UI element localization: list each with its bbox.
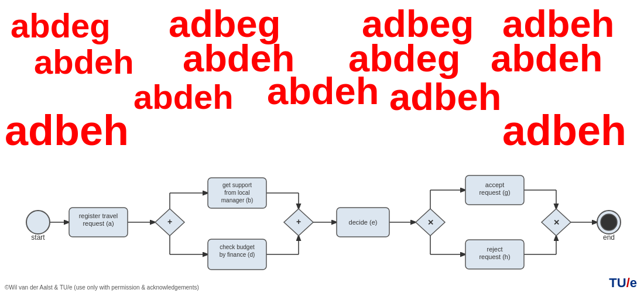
svg-text:request (h): request (h) bbox=[479, 253, 510, 260]
wordcloud: abdeg adbeg adbeg adbeh abdeh abdeh abde… bbox=[0, 0, 644, 152]
end-label: end bbox=[603, 233, 615, 242]
node-a-label: register travel bbox=[79, 212, 118, 219]
word-abdeg-1: abdeg bbox=[11, 6, 111, 45]
svg-text:accept: accept bbox=[485, 181, 504, 188]
process-diagram: start register travel request (a) + get … bbox=[0, 152, 644, 293]
word-abdeh-5: abdeh bbox=[267, 69, 379, 113]
word-abdeh-1: abdeh bbox=[34, 42, 134, 81]
start-node bbox=[26, 211, 50, 234]
svg-text:reject: reject bbox=[487, 246, 503, 253]
copyright-text: ©Wil van der Aalst & TU/e (use only with… bbox=[5, 284, 199, 291]
svg-text:check budget: check budget bbox=[220, 244, 255, 250]
svg-text:by finance (d): by finance (d) bbox=[220, 251, 255, 258]
svg-text:✕: ✕ bbox=[427, 218, 434, 227]
tue-logo: TU/e bbox=[609, 275, 637, 291]
start-label: start bbox=[31, 233, 45, 242]
word-abdeh-4: abdeh bbox=[133, 77, 234, 116]
node-e-label: decide (e) bbox=[349, 219, 378, 226]
word-adbeh-3: adbeh bbox=[5, 106, 129, 154]
svg-text:from local: from local bbox=[224, 189, 249, 196]
word-adbeh-2: adbeh bbox=[389, 75, 501, 119]
svg-text:manager (b): manager (b) bbox=[221, 197, 253, 204]
svg-text:get support: get support bbox=[222, 182, 252, 188]
svg-text:request (g): request (g) bbox=[479, 189, 510, 196]
word-abdeh-3: abdeh bbox=[491, 36, 602, 80]
svg-text:+: + bbox=[167, 217, 172, 226]
end-node-inner bbox=[601, 214, 617, 230]
svg-text:✕: ✕ bbox=[553, 218, 560, 227]
svg-text:+: + bbox=[296, 217, 301, 226]
svg-text:request (a): request (a) bbox=[83, 220, 114, 227]
word-adbeh-4: adbeh bbox=[502, 106, 626, 154]
